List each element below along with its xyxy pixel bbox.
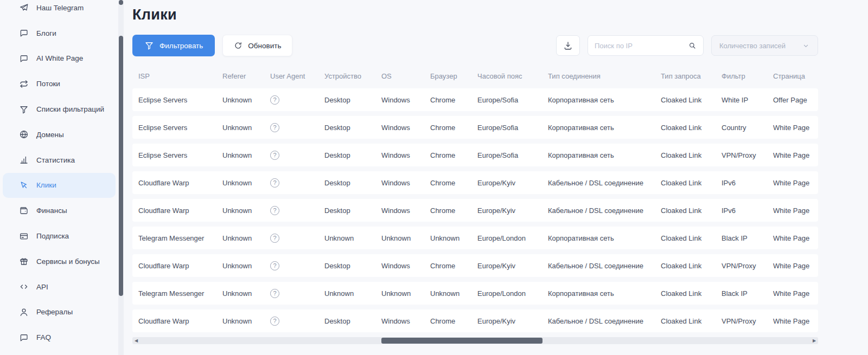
cell-connection-type: Кабельное / DSL соединение (548, 179, 661, 187)
sidebar-item-domains[interactable]: Домены (3, 122, 116, 147)
scroll-left-arrow[interactable]: ◀ (132, 338, 140, 343)
cell-isp: Eclipse Servers (138, 151, 222, 159)
cell-request-type: Cloaked Link (661, 96, 722, 104)
table-row[interactable]: Cloudflare WarpUnknown?DesktopWindowsChr… (132, 309, 818, 332)
cell-user-agent: ? (270, 289, 324, 298)
cell-referer: Unknown (222, 124, 270, 132)
cell-timezone: Europe/London (477, 234, 548, 242)
cell-request-type: Cloaked Link (661, 234, 722, 242)
sidebar-item-faq[interactable]: FAQ (3, 325, 116, 350)
horizontal-scrollbar[interactable]: ◀ ▶ (132, 337, 818, 344)
question-circle-icon[interactable]: ? (270, 151, 279, 160)
cell-user-agent: ? (270, 123, 324, 132)
cell-browser: Unknown (430, 289, 477, 298)
question-circle-icon[interactable]: ? (270, 178, 279, 188)
cell-isp: Cloudflare Warp (138, 317, 222, 325)
filter-icon (144, 41, 154, 50)
sidebar-item-label: Рефералы (36, 308, 73, 316)
main-content: Клики Фильтровать Обновить Количество за… (124, 0, 868, 355)
question-circle-icon[interactable]: ? (270, 123, 279, 132)
cell-browser: Chrome (430, 124, 477, 132)
sidebar-item-label: AI White Page (36, 54, 83, 62)
sidebar-item-subscription[interactable]: Подписка (3, 223, 116, 249)
sidebar-item-finances[interactable]: Финансы (3, 198, 116, 223)
cell-browser: Chrome (430, 262, 477, 270)
table-row[interactable]: Eclipse ServersUnknown?DesktopWindowsChr… (132, 88, 818, 111)
cell-request-type: Cloaked Link (661, 206, 722, 215)
cell-connection-type: Кабельное / DSL соединение (548, 206, 661, 215)
telegram-icon (19, 3, 29, 12)
cell-referer: Unknown (222, 151, 270, 159)
search-input[interactable] (595, 42, 684, 50)
sidebar-item-blogs[interactable]: Блоги (3, 21, 116, 46)
sidebar-item-label: Потоки (36, 80, 60, 88)
cell-timezone: Europe/Kyiv (477, 262, 548, 270)
sidebar-item-filter-lists[interactable]: Списки фильтраций (3, 96, 116, 122)
cell-filter: VPN/Proxy (722, 151, 773, 159)
question-circle-icon[interactable]: ? (270, 289, 279, 298)
vertical-scrollbar[interactable] (118, 0, 124, 355)
cell-filter: IPv6 (722, 179, 773, 187)
cell-browser: Chrome (430, 206, 477, 215)
cell-page: White Page (773, 234, 818, 242)
cell-filter: VPN/Proxy (722, 317, 773, 325)
vertical-scrollbar-top-segment[interactable] (119, 0, 123, 5)
refresh-button[interactable]: Обновить (222, 35, 292, 56)
cell-filter: VPN/Proxy (722, 262, 773, 270)
column-header-browser: Браузер (430, 72, 477, 80)
download-button[interactable] (556, 35, 580, 56)
sidebar-item-streams[interactable]: Потоки (3, 71, 116, 96)
question-circle-icon[interactable]: ? (270, 317, 279, 326)
filter-icon (19, 105, 29, 114)
cell-device: Unknown (324, 234, 381, 242)
cell-timezone: Europe/Kyiv (477, 179, 548, 187)
search-box (588, 35, 704, 56)
gift-icon (19, 256, 29, 266)
table-row[interactable]: Cloudflare WarpUnknown?DesktopWindowsChr… (132, 171, 818, 194)
filter-button[interactable]: Фильтровать (132, 35, 215, 56)
sidebar-item-statistics[interactable]: Статистика (3, 147, 116, 173)
table-row[interactable]: Eclipse ServersUnknown?DesktopWindowsChr… (132, 116, 818, 139)
cell-user-agent: ? (270, 234, 324, 243)
cell-isp: Cloudflare Warp (138, 206, 222, 215)
scroll-right-arrow[interactable]: ▶ (810, 338, 818, 343)
records-count-select[interactable]: Количество записей (711, 35, 818, 56)
table-row[interactable]: Cloudflare WarpUnknown?DesktopWindowsChr… (132, 199, 818, 222)
horizontal-scrollbar-thumb[interactable] (381, 338, 542, 344)
sidebar-item-label: FAQ (36, 333, 51, 341)
sidebar-item-telegram[interactable]: Наш Telegram (3, 0, 116, 21)
sidebar-item-clicks[interactable]: Клики (3, 173, 116, 198)
sidebar-item-referrals[interactable]: Рефералы (3, 300, 116, 325)
cell-page: White Page (773, 124, 818, 132)
chat-icon (19, 28, 29, 38)
cell-os: Windows (381, 206, 430, 215)
table-row[interactable]: Eclipse ServersUnknown?DesktopWindowsChr… (132, 144, 818, 166)
cell-isp: Telegram Messenger (138, 234, 222, 242)
sidebar-item-ai-white-page[interactable]: AI White Page (3, 46, 116, 72)
search-icon[interactable] (688, 41, 697, 50)
cell-os: Windows (381, 317, 430, 325)
cell-os: Windows (381, 96, 430, 104)
sidebar-item-services-bonuses[interactable]: Сервисы и бонусы (3, 249, 116, 274)
question-circle-icon[interactable]: ? (270, 234, 279, 243)
question-circle-icon[interactable]: ? (270, 206, 279, 215)
question-circle-icon[interactable]: ? (270, 261, 279, 270)
column-header-isp: ISP (138, 72, 222, 80)
cell-request-type: Cloaked Link (661, 151, 722, 159)
download-icon (563, 41, 573, 50)
records-count-label: Количество записей (719, 42, 786, 50)
cell-page: White Page (773, 317, 818, 325)
cell-referer: Unknown (222, 262, 270, 270)
question-circle-icon[interactable]: ? (270, 95, 279, 105)
column-header-device: Устройство (324, 72, 381, 80)
cell-user-agent: ? (270, 317, 324, 326)
cell-referer: Unknown (222, 206, 270, 215)
vertical-scrollbar-thumb[interactable] (119, 36, 123, 296)
table-row[interactable]: Telegram MessengerUnknown?UnknownUnknown… (132, 227, 818, 249)
table-row[interactable]: Cloudflare WarpUnknown?DesktopWindowsChr… (132, 254, 818, 277)
table-header-row: ISPRefererUser AgentУстройствоOSБраузерЧ… (132, 70, 818, 81)
table-row[interactable]: Telegram MessengerUnknown?UnknownUnknown… (132, 282, 818, 305)
sidebar-item-api[interactable]: API (3, 274, 116, 300)
horizontal-scrollbar-track[interactable] (140, 337, 810, 344)
cell-user-agent: ? (270, 206, 324, 215)
